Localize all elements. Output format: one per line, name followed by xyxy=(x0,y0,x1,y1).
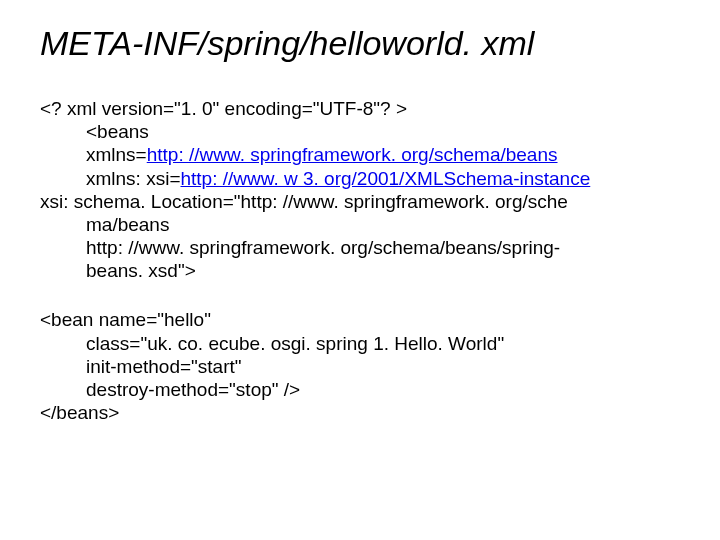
code-line: </beans> xyxy=(40,401,680,424)
slide-container: META-INF/spring/helloworld. xml <? xml v… xyxy=(0,0,720,540)
code-line: class="uk. co. ecube. osgi. spring 1. He… xyxy=(40,332,680,355)
code-line: beans. xsd"> xyxy=(40,259,680,282)
code-line: xsi: schema. Location="http: //www. spri… xyxy=(40,190,680,213)
code-line: destroy-method="stop" /> xyxy=(40,378,680,401)
spacer xyxy=(40,282,680,308)
code-line: ma/beans xyxy=(40,213,680,236)
code-line: <? xml version="1. 0" encoding="UTF-8"? … xyxy=(40,97,680,120)
code-line: xmlns=http: //www. springframework. org/… xyxy=(40,143,680,166)
xsi-link[interactable]: http: //www. w 3. org/2001/XMLSchema-ins… xyxy=(181,168,591,189)
code-line: xmlns: xsi=http: //www. w 3. org/2001/XM… xyxy=(40,167,680,190)
code-line: <bean name="hello" xyxy=(40,308,680,331)
xmlns-link[interactable]: http: //www. springframework. org/schema… xyxy=(147,144,558,165)
code-line: http: //www. springframework. org/schema… xyxy=(40,236,680,259)
attr-name: xmlns= xyxy=(86,144,147,165)
xml-declaration-block: <? xml version="1. 0" encoding="UTF-8"? … xyxy=(40,97,680,282)
attr-name: xmlns: xsi= xyxy=(86,168,181,189)
code-line: <beans xyxy=(40,120,680,143)
bean-definition-block: <bean name="hello" class="uk. co. ecube.… xyxy=(40,308,680,424)
code-line: init-method="start" xyxy=(40,355,680,378)
slide-title: META-INF/spring/helloworld. xml xyxy=(40,24,680,63)
